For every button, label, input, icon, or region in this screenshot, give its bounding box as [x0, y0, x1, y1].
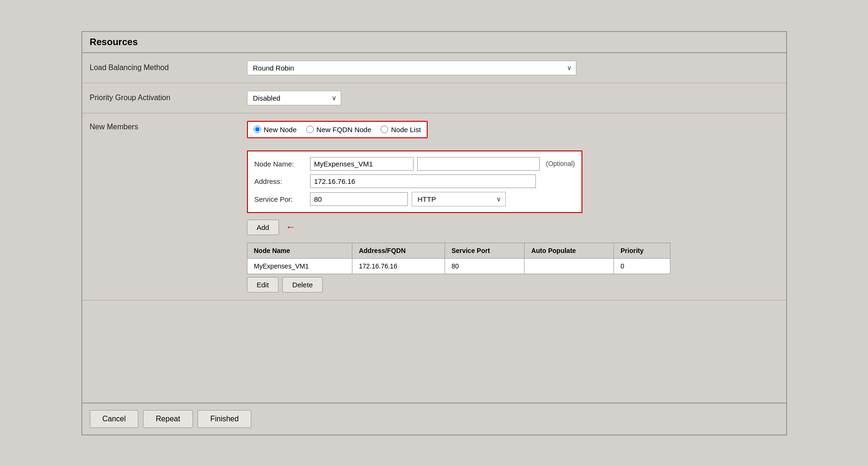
finished-button[interactable]: Finished [198, 410, 251, 428]
cell-auto-populate [525, 258, 614, 274]
add-button[interactable]: Add [247, 220, 279, 235]
service-port-protocol-wrapper: HTTP HTTPS FTP SMTP Custom [412, 192, 506, 206]
cell-service-port: 80 [445, 258, 525, 274]
page-title: Resources [82, 32, 786, 53]
node-name-label: Node Name: [255, 160, 306, 168]
priority-group-row: Priority Group Activation Disabled Enabl… [82, 83, 786, 113]
service-port-row: Service Por: HTTP HTTPS FTP SMTP Custom [255, 192, 575, 206]
new-members-row: New Members New Node New FQDN Node [82, 113, 786, 300]
load-balancing-control: Round Robin Least Connections Fastest Ob… [242, 59, 786, 77]
table-header-row: Node Name Address/FQDN Service Port Auto… [247, 243, 670, 258]
service-port-protocol-select[interactable]: HTTP HTTPS FTP SMTP Custom [412, 192, 506, 206]
priority-group-label: Priority Group Activation [82, 94, 242, 102]
service-port-input[interactable] [310, 192, 408, 206]
radio-group: New Node New FQDN Node Node List [247, 121, 428, 138]
radio-new-fqdn[interactable] [306, 126, 314, 133]
service-port-label: Service Por: [255, 195, 306, 203]
table-actions: Edit Delete [247, 277, 781, 292]
radio-node-list[interactable] [381, 126, 388, 133]
new-members-content: New Node New FQDN Node Node List [242, 121, 786, 292]
node-name-optional-input[interactable] [417, 157, 540, 171]
priority-group-control: Disabled Enabled [242, 89, 786, 107]
address-row: Address: [255, 174, 575, 188]
radio-new-node[interactable] [254, 126, 261, 133]
priority-group-select-wrapper: Disabled Enabled [247, 91, 341, 105]
cell-address: 172.16.76.16 [352, 258, 445, 274]
table-row: MyExpenses_VM1 172.16.76.16 80 0 [247, 258, 670, 274]
table-body: MyExpenses_VM1 172.16.76.16 80 0 [247, 258, 670, 274]
repeat-button[interactable]: Repeat [143, 410, 193, 428]
form-area: Load Balancing Method Round Robin Least … [82, 53, 786, 403]
col-node-name: Node Name [247, 243, 352, 258]
col-auto-populate: Auto Populate [525, 243, 614, 258]
col-service-port: Service Port [445, 243, 525, 258]
radio-group-container: New Node New FQDN Node Node List [247, 121, 781, 145]
members-table: Node Name Address/FQDN Service Port Auto… [247, 243, 670, 274]
load-balancing-select-wrapper: Round Robin Least Connections Fastest Ob… [247, 61, 576, 75]
optional-text: (Optional) [546, 160, 575, 167]
address-input[interactable] [310, 174, 536, 188]
node-name-input[interactable] [310, 157, 414, 171]
cell-node-name: MyExpenses_VM1 [247, 258, 352, 274]
cell-priority: 0 [613, 258, 670, 274]
table-header: Node Name Address/FQDN Service Port Auto… [247, 243, 670, 258]
priority-group-select[interactable]: Disabled Enabled [247, 91, 341, 105]
col-priority: Priority [613, 243, 670, 258]
radio-new-node-label: New Node [264, 126, 297, 134]
footer: Cancel Repeat Finished [82, 403, 786, 434]
load-balancing-row: Load Balancing Method Round Robin Least … [82, 53, 786, 83]
delete-button[interactable]: Delete [282, 277, 322, 292]
add-button-row: Add ← [247, 220, 781, 235]
col-address: Address/FQDN [352, 243, 445, 258]
node-form: Node Name: (Optional) Address: Service P… [247, 150, 582, 213]
load-balancing-select[interactable]: Round Robin Least Connections Fastest Ob… [247, 61, 576, 75]
node-name-row: Node Name: (Optional) [255, 157, 575, 171]
load-balancing-label: Load Balancing Method [82, 63, 242, 72]
radio-node-list-option[interactable]: Node List [381, 126, 421, 134]
address-label: Address: [255, 177, 306, 185]
cancel-button[interactable]: Cancel [90, 410, 139, 428]
arrow-indicator: ← [286, 221, 296, 233]
main-container: Resources Load Balancing Method Round Ro… [81, 31, 787, 435]
new-members-label: New Members [82, 121, 242, 131]
radio-new-fqdn-option[interactable]: New FQDN Node [306, 126, 372, 134]
radio-node-list-label: Node List [391, 126, 421, 134]
radio-new-fqdn-label: New FQDN Node [317, 126, 372, 134]
radio-new-node-option[interactable]: New Node [254, 126, 297, 134]
edit-button[interactable]: Edit [247, 277, 279, 292]
